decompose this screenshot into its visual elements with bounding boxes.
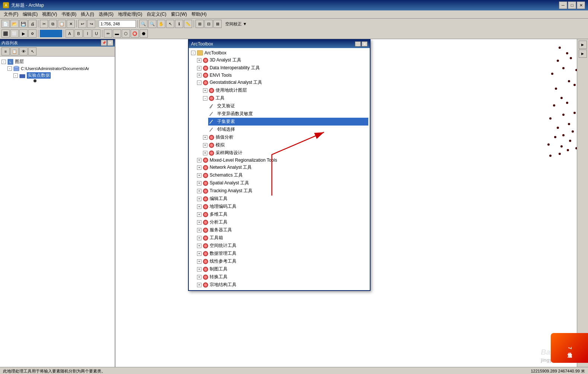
- item-geocoding[interactable]: + 地理编码工具: [196, 203, 368, 210]
- item-spatial-stats[interactable]: + 空间统计工具: [196, 242, 368, 250]
- minimize-button[interactable]: ─: [559, 1, 567, 9]
- interp-expander[interactable]: +: [203, 135, 207, 140]
- close-button[interactable]: ✕: [577, 1, 585, 9]
- datamgmt-expander[interactable]: +: [197, 251, 201, 256]
- tree-item-path[interactable]: - C:\Users\Administrator\Documents\Ar: [7, 65, 113, 72]
- tb2-draw-4[interactable]: ⭕: [131, 29, 139, 38]
- spatialstats-expander[interactable]: +: [197, 244, 201, 248]
- tb2-btn-2[interactable]: ⬜: [10, 29, 19, 38]
- item-tools[interactable]: - 工具: [202, 94, 368, 102]
- map-area[interactable]: ArcToolbox _ ✕ - ArcToolbox: [115, 39, 577, 367]
- path-expander[interactable]: -: [7, 66, 12, 71]
- item-parcel[interactable]: + 宗地结构工具: [196, 281, 368, 289]
- scale-input[interactable]: 1:756, 248: [99, 20, 136, 28]
- tb2-draw-1[interactable]: ✏: [104, 29, 112, 38]
- menu-bookmark[interactable]: 书签(B): [59, 10, 79, 18]
- multidim-expander[interactable]: +: [197, 212, 201, 217]
- item-conversion[interactable]: + 转换工具: [196, 273, 368, 281]
- item-linear-ref[interactable]: + 线性参考工具: [196, 257, 368, 265]
- item-schematics[interactable]: + Schematics 工具: [196, 171, 368, 179]
- more-btn-2[interactable]: ⊟: [204, 20, 213, 28]
- parcel-expander[interactable]: +: [197, 283, 201, 287]
- menu-select[interactable]: 选择(S): [96, 10, 116, 18]
- spatial-expander[interactable]: +: [197, 181, 201, 186]
- tb2-btn-5[interactable]: A: [66, 29, 74, 38]
- identify-button[interactable]: ℹ: [175, 20, 183, 28]
- sampling-expander[interactable]: +: [203, 151, 207, 155]
- panel-close[interactable]: ✕: [107, 40, 113, 46]
- delete-button[interactable]: ✕: [67, 20, 75, 28]
- tb2-btn-4[interactable]: ⭘: [28, 29, 36, 38]
- use-geostat-expander[interactable]: +: [203, 88, 207, 93]
- print-button[interactable]: 🖨: [28, 20, 36, 28]
- tree-item-layer[interactable]: - 实验点数据: [13, 72, 113, 79]
- item-envi[interactable]: + ENVI Tools: [196, 72, 368, 79]
- tb2-btn-3[interactable]: ▶: [19, 29, 28, 38]
- tb2-btn-8[interactable]: U: [92, 29, 101, 38]
- tree-item-layers[interactable]: - L 图层: [1, 58, 113, 65]
- envi-expander[interactable]: +: [197, 73, 201, 77]
- item-neighborhood-select[interactable]: 邻域选择: [208, 126, 368, 133]
- cartography-expander[interactable]: +: [197, 267, 201, 272]
- datainterop-expander[interactable]: +: [197, 66, 201, 70]
- item-toolbox[interactable]: + 工具箱: [196, 234, 368, 242]
- item-cross-validate[interactable]: 交叉验证: [208, 102, 368, 110]
- new-button[interactable]: 📄: [1, 20, 10, 28]
- item-network-analyst[interactable]: + Network Analyst 工具: [196, 164, 368, 171]
- layers-expander[interactable]: -: [1, 60, 6, 64]
- menu-file[interactable]: 文件(F): [1, 10, 20, 18]
- item-semivariogram[interactable]: 半变异函数灵敏度: [208, 110, 368, 118]
- item-interpolation[interactable]: + 插值分析: [202, 133, 368, 141]
- analysis-expander[interactable]: +: [197, 220, 201, 225]
- conversion-expander[interactable]: +: [197, 275, 201, 279]
- tools-expander[interactable]: -: [203, 96, 207, 101]
- toolbox-content[interactable]: - ArcToolbox + 3D Analyst 工具 +: [189, 48, 370, 290]
- tb2-btn-6[interactable]: B: [74, 29, 83, 38]
- item-use-geostat-layer[interactable]: + 使用地统计图层: [202, 86, 368, 94]
- item-editing[interactable]: + 编辑工具: [196, 195, 368, 203]
- item-subset-features[interactable]: 子集要素: [208, 118, 368, 126]
- tb2-btn-1[interactable]: ⬛: [1, 29, 10, 38]
- layer-expander[interactable]: -: [13, 73, 18, 78]
- list-by-selection[interactable]: ↖: [28, 47, 36, 56]
- save-button[interactable]: 💾: [19, 20, 28, 28]
- item-multidim[interactable]: + 多维工具: [196, 210, 368, 218]
- arctoolbox-controls[interactable]: _ ✕: [355, 41, 368, 47]
- item-spatial-analyst[interactable]: + Spatial Analyst 工具: [196, 179, 368, 187]
- schematics-expander[interactable]: +: [197, 173, 201, 178]
- item-geostat[interactable]: - Geostatistical Analyst 工具: [196, 79, 368, 86]
- zoom-in-button[interactable]: 🔍: [139, 20, 147, 28]
- maximize-button[interactable]: □: [568, 1, 576, 9]
- item-analysis[interactable]: + 分析工具: [196, 218, 368, 226]
- sim-expander[interactable]: +: [203, 143, 207, 148]
- item-sampling[interactable]: + 采样网络设计: [202, 149, 368, 157]
- network-expander[interactable]: +: [197, 165, 201, 170]
- editing-expander[interactable]: +: [197, 197, 201, 201]
- tb2-draw-2[interactable]: ▬: [113, 29, 121, 38]
- tracking-expander[interactable]: +: [197, 189, 201, 193]
- pan-button[interactable]: ✋: [157, 20, 165, 28]
- 3d-expander[interactable]: +: [197, 58, 201, 63]
- menu-window[interactable]: 窗口(W): [169, 10, 189, 18]
- panel-pin[interactable]: 📌: [101, 40, 107, 46]
- undo-button[interactable]: ↩: [78, 20, 86, 28]
- list-by-drawing-order[interactable]: ≡: [1, 47, 10, 56]
- menu-insert[interactable]: 插入(I): [79, 10, 96, 18]
- paste-button[interactable]: 📋: [58, 20, 66, 28]
- menu-edit[interactable]: 编辑(E): [20, 10, 40, 18]
- right-btn-1[interactable]: ▶: [579, 41, 587, 49]
- geocoding-expander[interactable]: +: [197, 205, 201, 209]
- item-data-mgmt[interactable]: + 数据管理工具: [196, 250, 368, 257]
- redo-button[interactable]: ↪: [87, 20, 95, 28]
- cut-button[interactable]: ✂: [40, 20, 48, 28]
- arctoolbox-minimize[interactable]: _: [355, 41, 361, 47]
- item-tracking-analyst[interactable]: + Tracking Analyst 工具: [196, 187, 368, 195]
- toolbox-expander[interactable]: +: [197, 236, 201, 240]
- menu-view[interactable]: 视图(V): [40, 10, 59, 18]
- root-expander[interactable]: -: [191, 51, 196, 55]
- select-button[interactable]: ↖: [166, 20, 174, 28]
- linearref-expander[interactable]: +: [197, 259, 201, 264]
- measure-button[interactable]: 📏: [184, 20, 192, 28]
- item-mixed-level[interactable]: + Mixed-Level Regionalization Tools: [196, 157, 368, 164]
- menu-customize[interactable]: 自定义(C): [144, 10, 169, 18]
